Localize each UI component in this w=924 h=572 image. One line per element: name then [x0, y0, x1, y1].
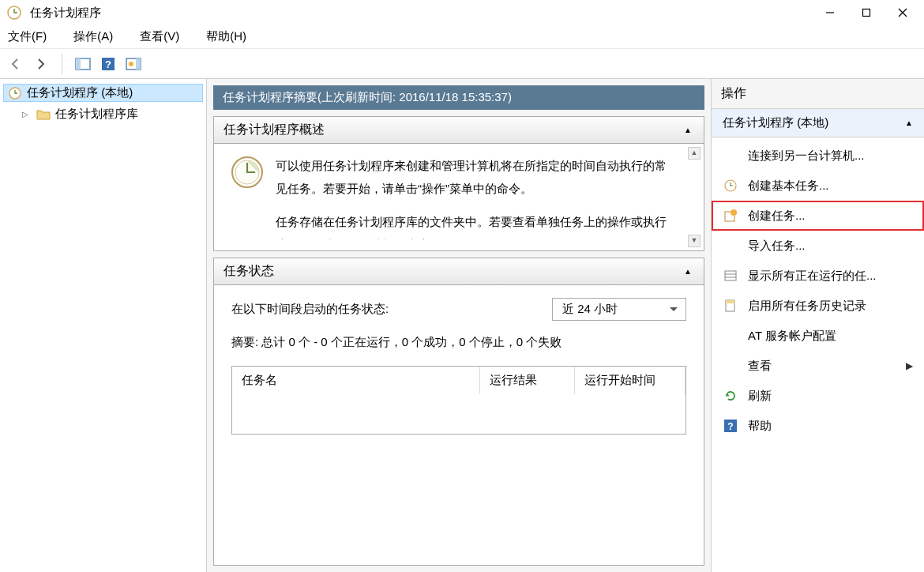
- summary-header: 任务计划程序摘要(上次刷新时间: 2016/11/18 15:35:37): [213, 85, 704, 110]
- action-show-running[interactable]: 显示所有正在运行的任...: [712, 261, 924, 291]
- tree-root[interactable]: 任务计划程序 (本地): [3, 84, 203, 102]
- status-summary: 摘要: 总计 0 个 - 0 个正在运行，0 个成功，0 个停止，0 个失败: [231, 335, 686, 350]
- menu-help[interactable]: 帮助(H): [198, 26, 254, 47]
- menu-view[interactable]: 查看(V): [132, 26, 187, 47]
- col-task-name[interactable]: 任务名: [232, 367, 480, 394]
- task-table: 任务名 运行结果 运行开始时间: [231, 366, 686, 435]
- action-connect-label: 连接到另一台计算机...: [748, 149, 865, 164]
- blank-icon: [723, 358, 738, 374]
- refresh-icon: [723, 388, 738, 404]
- show-hide-action-button[interactable]: [122, 54, 145, 74]
- minimize-button[interactable]: [812, 0, 848, 25]
- collapse-icon[interactable]: ▲: [682, 124, 694, 137]
- overview-panel: 任务计划程序概述 ▲ 可以使用任务计划程序来创建和管理计算机将在所指定的时间自动…: [213, 116, 704, 251]
- center-panel: 任务计划程序摘要(上次刷新时间: 2016/11/18 15:35:37) 任务…: [207, 79, 711, 572]
- app-icon: [6, 5, 22, 21]
- action-import-label: 导入任务...: [748, 239, 806, 254]
- scroll-up-icon[interactable]: ▲: [688, 147, 701, 160]
- chevron-up-icon: ▲: [905, 119, 913, 127]
- back-button[interactable]: [5, 54, 27, 74]
- help-toolbar-button[interactable]: ?: [97, 54, 119, 74]
- toolbar: ?: [0, 49, 924, 79]
- action-refresh[interactable]: 刷新: [712, 381, 924, 411]
- menubar: 文件(F) 操作(A) 查看(V) 帮助(H): [0, 25, 924, 49]
- actions-pane: 操作 任务计划程序 (本地) ▲ 连接到另一台计算机... 创建基本任务... …: [711, 79, 924, 572]
- blank-icon: [723, 328, 738, 344]
- clock-large-icon: [230, 155, 265, 190]
- overview-text-2: 任务存储在任务计划程序库的文件夹中。若要查看单独任务上的操作或执行该操作，请在任…: [276, 211, 670, 239]
- col-start-time[interactable]: 运行开始时间: [575, 367, 685, 394]
- action-help[interactable]: ? 帮助: [712, 411, 924, 441]
- svg-point-11: [129, 62, 133, 66]
- show-hide-console-button[interactable]: [72, 54, 94, 74]
- action-import[interactable]: 导入任务...: [712, 231, 924, 261]
- svg-text:?: ?: [105, 58, 111, 70]
- overview-scrollbar[interactable]: ▲ ▼: [688, 147, 702, 247]
- action-create-basic[interactable]: 创建基本任务...: [712, 171, 924, 201]
- overview-header[interactable]: 任务计划程序概述 ▲: [214, 117, 704, 144]
- window-controls: [812, 0, 921, 25]
- tree-library-label: 任务计划程序库: [55, 107, 138, 122]
- action-create-task-label: 创建任务...: [748, 209, 806, 224]
- action-at-config-label: AT 服务帐户配置: [748, 329, 836, 344]
- tree-library[interactable]: ▷ 任务计划程序库: [17, 105, 203, 123]
- action-enable-history[interactable]: 启用所有任务历史记录: [712, 291, 924, 321]
- titlebar: 任务计划程序: [0, 0, 924, 25]
- scroll-down-icon[interactable]: ▼: [688, 235, 701, 247]
- action-show-running-label: 显示所有正在运行的任...: [748, 269, 877, 284]
- svg-rect-22: [726, 300, 734, 303]
- action-help-label: 帮助: [748, 419, 772, 434]
- col-run-result[interactable]: 运行结果: [480, 367, 575, 394]
- status-period-value: 近 24 小时: [562, 302, 618, 315]
- action-refresh-label: 刷新: [748, 389, 772, 404]
- status-header[interactable]: 任务状态 ▲: [214, 258, 704, 285]
- navigation-tree: 任务计划程序 (本地) ▷ 任务计划程序库: [0, 79, 207, 572]
- status-panel: 任务状态 ▲ 在以下时间段启动的任务状态: 近 24 小时 摘要: 总计 0 个…: [213, 258, 704, 566]
- overview-body: 可以使用任务计划程序来创建和管理计算机将在所指定的时间自动执行的常见任务。若要开…: [214, 144, 704, 250]
- close-button[interactable]: [885, 0, 921, 25]
- svg-rect-10: [136, 58, 141, 70]
- folder-icon: [36, 108, 51, 121]
- svg-point-17: [731, 209, 737, 216]
- svg-rect-18: [725, 271, 736, 280]
- action-at-config[interactable]: AT 服务帐户配置: [712, 321, 924, 351]
- chevron-right-icon: ▶: [906, 360, 913, 371]
- menu-action[interactable]: 操作(A): [66, 26, 121, 47]
- actions-section-header[interactable]: 任务计划程序 (本地) ▲: [712, 109, 924, 137]
- svg-rect-2: [863, 9, 870, 17]
- action-enable-history-label: 启用所有任务历史记录: [748, 299, 866, 314]
- new-task-icon: [723, 208, 738, 224]
- overview-title: 任务计划程序概述: [223, 122, 325, 138]
- status-period-label: 在以下时间段启动的任务状态:: [231, 302, 389, 317]
- task-table-header: 任务名 运行结果 运行开始时间: [232, 367, 685, 394]
- svg-rect-6: [76, 58, 81, 70]
- clock-small-icon: [723, 178, 738, 194]
- blank-icon: [723, 238, 738, 254]
- actions-section-label: 任务计划程序 (本地): [723, 115, 828, 130]
- main-area: 任务计划程序 (本地) ▷ 任务计划程序库 任务计划程序摘要(上次刷新时间: 2…: [0, 79, 924, 572]
- status-title: 任务状态: [223, 263, 274, 280]
- clock-icon: [8, 86, 22, 100]
- expand-icon[interactable]: ▷: [22, 110, 32, 119]
- maximize-button[interactable]: [848, 0, 885, 25]
- blank-icon: [723, 148, 738, 164]
- action-create-task[interactable]: 创建任务...: [712, 201, 924, 231]
- actions-pane-title: 操作: [712, 79, 924, 109]
- status-body: 在以下时间段启动的任务状态: 近 24 小时 摘要: 总计 0 个 - 0 个正…: [214, 285, 704, 447]
- menu-file[interactable]: 文件(F): [0, 26, 54, 47]
- window-title: 任务计划程序: [30, 6, 812, 21]
- history-icon: [723, 298, 738, 314]
- action-view[interactable]: 查看 ▶: [712, 351, 924, 381]
- help-icon: ?: [723, 418, 738, 434]
- action-list: 连接到另一台计算机... 创建基本任务... 创建任务... 导入任务... 显…: [712, 137, 924, 444]
- action-connect[interactable]: 连接到另一台计算机...: [712, 141, 924, 171]
- running-tasks-icon: [723, 268, 738, 284]
- tree-root-label: 任务计划程序 (本地): [27, 85, 133, 100]
- svg-text:?: ?: [727, 421, 733, 432]
- overview-text-1: 可以使用任务计划程序来创建和管理计算机将在所指定的时间自动执行的常见任务。若要开…: [276, 155, 670, 200]
- collapse-icon[interactable]: ▲: [682, 265, 694, 278]
- action-view-label: 查看: [748, 359, 772, 374]
- action-create-basic-label: 创建基本任务...: [748, 179, 829, 194]
- forward-button[interactable]: [30, 54, 52, 74]
- status-period-select[interactable]: 近 24 小时: [552, 298, 686, 321]
